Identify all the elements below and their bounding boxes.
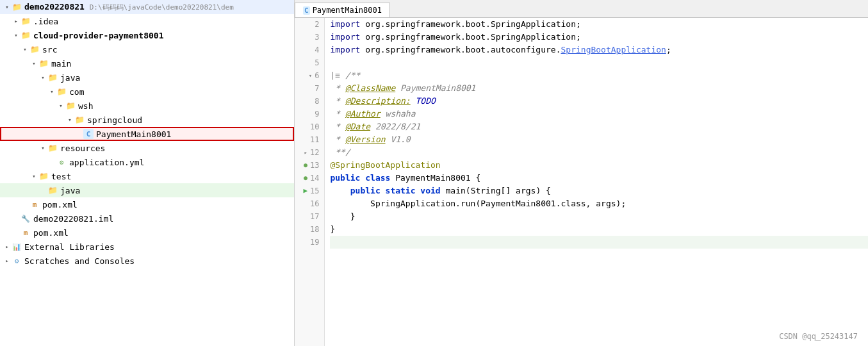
ln-4: 4 bbox=[300, 44, 319, 56]
tree-item-PaymentMain8001[interactable]: C PaymentMain8001 bbox=[0, 127, 294, 141]
folder-icon-com: 📁 bbox=[56, 86, 67, 97]
code-line-18: } bbox=[330, 223, 868, 236]
tree-item-resources[interactable]: 📁 resources bbox=[0, 141, 294, 155]
arrow-scratches bbox=[3, 256, 12, 265]
folder-icon-wsh: 📁 bbox=[65, 101, 76, 111]
code-line-6: |≡ /** bbox=[330, 69, 868, 82]
folder-icon-test: 📁 bbox=[38, 171, 49, 181]
iml-icon: 🔧 bbox=[20, 213, 31, 224]
folder-icon-src: 📁 bbox=[29, 44, 40, 54]
arrow-payment bbox=[74, 129, 83, 138]
tree-item-java[interactable]: 📁 java bbox=[0, 70, 294, 85]
arrow-external bbox=[3, 242, 12, 251]
tree-item-test-java[interactable]: 📁 java bbox=[0, 183, 294, 197]
tree-item-src[interactable]: 📁 src bbox=[0, 42, 294, 56]
ln-2: 2 bbox=[300, 18, 319, 31]
arrow-yml bbox=[47, 158, 56, 167]
tree-item-pom1[interactable]: m pom.xml bbox=[0, 197, 294, 211]
arrow-test bbox=[29, 172, 38, 181]
line-numbers: 2 3 4 5 ▾6 7 8 9 10 11 ▸12 ●13 ●14 ▶15 1… bbox=[295, 18, 325, 346]
ln-18: 18 bbox=[300, 223, 319, 236]
code-line-15: public static void main(String[] args) { bbox=[330, 185, 868, 197]
arrow-cloud bbox=[12, 31, 20, 40]
tree-item-external-libraries[interactable]: 📊 External Libraries bbox=[0, 240, 294, 254]
tree-item-springcloud[interactable]: 📁 springcloud bbox=[0, 113, 294, 127]
ln-8: 8 bbox=[300, 95, 319, 108]
code-line-8: * @Description: TODO bbox=[330, 95, 868, 108]
xml-icon-pom1: m bbox=[29, 199, 40, 210]
folder-icon-springcloud: 📁 bbox=[74, 115, 85, 125]
code-content[interactable]: import org.springframework.boot.SpringAp… bbox=[325, 18, 868, 346]
tree-item-scratches[interactable]: ⚙ Scratches and Consoles bbox=[0, 254, 294, 268]
code-line-16: SpringApplication.run(PaymentMain8001.cl… bbox=[330, 197, 868, 210]
ln-6: ▾6 bbox=[300, 69, 319, 82]
code-line-13: @SpringBootApplication bbox=[330, 159, 868, 172]
arrow-pom2 bbox=[12, 228, 20, 237]
arrow-wsh bbox=[56, 101, 65, 110]
folder-icon-test-java: 📁 bbox=[47, 185, 58, 195]
editor-body: 2 3 4 5 ▾6 7 8 9 10 11 ▸12 ●13 ●14 ▶15 1… bbox=[295, 18, 868, 346]
tree-item-wsh[interactable]: 📁 wsh bbox=[0, 99, 294, 113]
ln-17: 17 bbox=[300, 210, 319, 223]
arrow-springcloud bbox=[65, 115, 74, 124]
ln-14: ●14 bbox=[300, 172, 319, 185]
arrow-demo20220821 bbox=[3, 3, 12, 12]
code-line-19 bbox=[330, 236, 868, 249]
editor-tab-payment[interactable]: C PaymentMain8001 bbox=[295, 3, 390, 17]
folder-icon: 📁 bbox=[12, 2, 22, 12]
ln-19: 19 bbox=[300, 236, 319, 249]
folder-icon-resources: 📁 bbox=[47, 143, 58, 153]
arrow-src bbox=[20, 45, 29, 54]
project-tree[interactable]: 📁 demo20220821 D:\码码码\javaCode\demo20220… bbox=[0, 0, 295, 346]
arrow-iml bbox=[12, 214, 20, 223]
code-line-4: import org.springframework.boot.autoconf… bbox=[330, 44, 868, 56]
tree-item-cloud-provider[interactable]: 📁 cloud-provider-payment8001 bbox=[0, 28, 294, 42]
ln-5: 5 bbox=[300, 56, 319, 69]
ln-16: 16 bbox=[300, 197, 319, 210]
java-class-icon: C bbox=[83, 129, 94, 139]
external-icon: 📊 bbox=[12, 242, 22, 252]
arrow-main bbox=[29, 59, 38, 68]
code-line-7: * @ClassName PaymentMain8001 bbox=[330, 82, 868, 95]
ln-15: ▶15 bbox=[300, 185, 319, 197]
folder-icon-idea: 📁 bbox=[20, 16, 31, 26]
code-line-12: **/ bbox=[330, 146, 868, 159]
code-line-2: import org.springframework.boot.SpringAp… bbox=[330, 18, 868, 31]
tree-item-test[interactable]: 📁 test bbox=[0, 169, 294, 183]
arrow-com bbox=[47, 87, 56, 96]
ln-13: ●13 bbox=[300, 159, 319, 172]
tree-item-application-yml[interactable]: ⚙ application.yml bbox=[0, 155, 294, 169]
tree-item-idea[interactable]: 📁 .idea bbox=[0, 14, 294, 28]
folder-icon-java: 📁 bbox=[47, 72, 58, 83]
xml-icon-pom2: m bbox=[20, 227, 31, 238]
yml-icon: ⚙ bbox=[56, 157, 67, 167]
editor-tabbar: C PaymentMain8001 bbox=[295, 0, 868, 18]
tab-class-icon: C bbox=[303, 6, 310, 15]
scratches-icon: ⚙ bbox=[12, 256, 22, 266]
code-line-3: import org.springframework.boot.SpringAp… bbox=[330, 31, 868, 44]
tree-item-com[interactable]: 📁 com bbox=[0, 85, 294, 99]
tree-item-demo20220821[interactable]: 📁 demo20220821 D:\码码码\javaCode\demo20220… bbox=[0, 0, 294, 14]
code-line-14: public class PaymentMain8001 { bbox=[330, 172, 868, 185]
tree-item-main[interactable]: 📁 main bbox=[0, 56, 294, 70]
arrow-idea bbox=[12, 17, 20, 26]
code-line-9: * @Author wshaha bbox=[330, 108, 868, 120]
ln-7: 7 bbox=[300, 82, 319, 95]
code-line-11: * @Version V1.0 bbox=[330, 133, 868, 146]
ln-11: 11 bbox=[300, 133, 319, 146]
tree-item-demo-iml[interactable]: 🔧 demo20220821.iml bbox=[0, 211, 294, 226]
ln-12: ▸12 bbox=[300, 146, 319, 159]
ln-3: 3 bbox=[300, 31, 319, 44]
folder-icon-cloud: 📁 bbox=[20, 30, 31, 40]
code-editor: C PaymentMain8001 2 3 4 5 ▾6 7 8 9 10 11… bbox=[295, 0, 868, 346]
ln-10: 10 bbox=[300, 120, 319, 133]
code-line-17: } bbox=[330, 210, 868, 223]
tree-item-pom2[interactable]: m pom.xml bbox=[0, 226, 294, 240]
ln-9: 9 bbox=[300, 108, 319, 120]
arrow-test-java bbox=[38, 186, 47, 195]
watermark: CSDN @qq_25243147 bbox=[779, 332, 858, 341]
code-line-10: * @Date 2022/8/21 bbox=[330, 120, 868, 133]
code-line-5 bbox=[330, 56, 868, 69]
arrow-pom1 bbox=[20, 200, 29, 209]
arrow-resources bbox=[38, 144, 47, 152]
